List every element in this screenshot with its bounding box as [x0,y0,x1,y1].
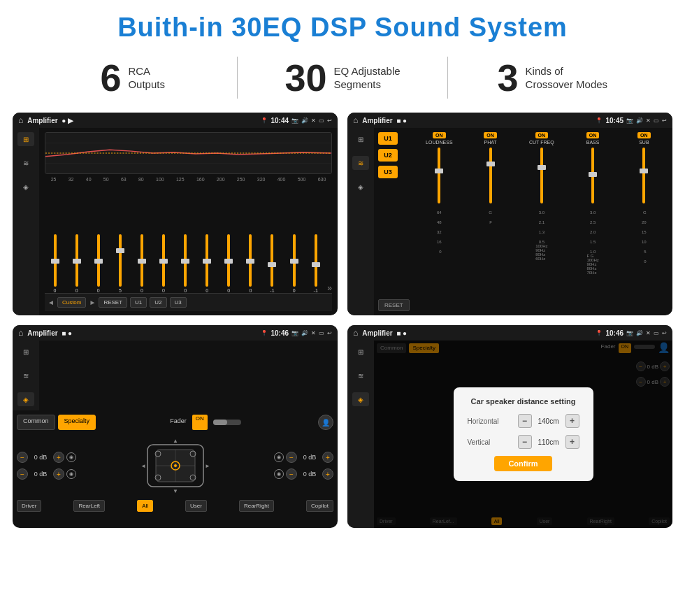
eq-slider-1[interactable]: 0 [45,234,65,293]
u3-btn[interactable]: U3 [170,297,187,308]
rearleft-btn[interactable]: RearLeft [73,500,105,512]
status-bar-4: ⌂ Amplifier ■ ● 📍 10:46 📷🔊✕▭↩ [347,325,672,341]
eq-icon-1[interactable]: ⊞ [17,132,34,146]
home-icon-2[interactable]: ⌂ [353,115,358,125]
u2-btn[interactable]: U2 [150,297,166,308]
left-sidebar-4: ⊞ ≋ ◈ [347,341,374,528]
left-sidebar-3: ⊞ ≋ ◈ [13,341,39,410]
sub-label: SUB [639,140,649,145]
phat-on[interactable]: ON [484,132,497,138]
amp-reset-btn[interactable]: RESET [378,299,410,311]
bass-label: BASS [586,140,600,145]
horizontal-plus[interactable]: + [565,414,579,428]
eq-slider-7[interactable]: 0 [175,234,196,293]
dialog-title: Car speaker distance setting [468,397,579,406]
wave-icon-3[interactable]: ≋ [17,368,34,382]
wave-icon-1[interactable]: ≋ [17,156,34,170]
speaker-icon-2[interactable]: ◈ [352,180,369,194]
bass-on[interactable]: ON [586,132,600,138]
eq-slider-11[interactable]: -1 [262,234,282,293]
loudness-on[interactable]: ON [433,132,446,138]
tab-common[interactable]: Common [17,415,55,430]
amp-loudness: ON LOUDNESS 644832160 [415,132,463,311]
prev-btn[interactable]: ◄ [48,299,55,306]
eq-slider-3[interactable]: 0 [88,234,108,293]
vol-minus-1[interactable]: − [17,452,28,463]
phat-label: PHAT [484,140,496,145]
eq-slider-9[interactable]: 0 [219,234,239,293]
eq-slider-12[interactable]: 0 [284,234,304,293]
amp-sub: ON SUB G20151050 [620,132,668,311]
home-icon-4[interactable]: ⌂ [353,328,358,338]
vol-minus-4[interactable]: − [286,468,297,480]
horizontal-value: 140cm [535,417,563,425]
page-title: Buith-in 30EQ DSP Sound System [0,0,685,50]
stat-crossover: 3 Kinds ofCrossover Modes [448,59,657,96]
vol-minus-2[interactable]: − [17,468,28,480]
all-btn[interactable]: All [137,500,153,512]
status-icons-1: 📍 10:44 📷🔊✕▭↩ [261,117,332,124]
cutfreq-label: CUT FREQ [529,140,554,145]
preset-u2[interactable]: U2 [378,149,398,162]
wave-icon-2[interactable]: ≋ [352,156,369,170]
preset-u1[interactable]: U1 [378,132,398,145]
vol-minus-3[interactable]: − [286,452,297,463]
eq-slider-4[interactable]: 5 [110,234,130,293]
tab-specialty[interactable]: Specialty [58,415,96,430]
amp-bass: ON BASS 3.02.52.01.51.0 F G100Hz90Hz80Hz… [568,132,616,311]
vol-plus-3[interactable]: + [322,452,333,463]
vertical-plus[interactable]: + [565,435,579,449]
screen-distance: ⌂ Amplifier ■ ● 📍 10:46 📷🔊✕▭↩ ⊞ ≋ ◈ Comm… [347,325,672,528]
vol-plus-4[interactable]: + [322,468,333,480]
status-time-1: 10:44 [271,117,289,124]
car-diagram: ▲ ▼ ◄ ► [79,434,271,497]
stat-eq: 30 EQ AdjustableSegments [238,59,447,96]
rearright-btn[interactable]: RearRight [239,500,274,512]
amp-controls: ON LOUDNESS 644832160 ON PHAT [415,132,668,311]
fader-on-badge[interactable]: ON [192,415,208,430]
custom-btn[interactable]: Custom [57,297,87,308]
cutfreq-on[interactable]: ON [535,132,549,138]
eq-slider-5[interactable]: 0 [131,234,152,293]
u1-btn[interactable]: U1 [130,297,147,308]
confirm-button[interactable]: Confirm [494,456,551,471]
vol-plus-2[interactable]: + [53,468,64,480]
app-title-1: Amplifier ● ▶ [27,117,257,124]
eq-slider-6[interactable]: 0 [153,234,173,293]
fader-bottom-btns: Driver RearLeft All User RearRight Copil… [17,500,333,512]
left-sidebar-2: ⊞ ≋ ◈ [347,128,374,315]
speaker-4: ◉ [274,469,284,479]
app-title-2: Amplifier ■ ● [362,117,591,124]
eq-slider-2[interactable]: 0 [66,234,87,293]
eq-icon-2[interactable]: ⊞ [352,132,369,146]
speaker-2: ◉ [66,469,76,479]
preset-u3[interactable]: U3 [378,166,398,178]
speaker-icon-1[interactable]: ◈ [17,180,34,194]
speaker-icon-3[interactable]: ◈ [17,392,34,406]
user-btn[interactable]: User [185,500,207,512]
dialog-horizontal-row: Horizontal − 140cm + [468,414,579,428]
home-icon-1[interactable]: ⌂ [18,115,23,125]
horizontal-minus[interactable]: − [518,414,532,428]
eq-slider-10[interactable]: 0 [240,234,261,293]
play-btn[interactable]: ► [89,299,96,306]
stat-label-crossover: Kinds ofCrossover Modes [526,64,608,92]
wave-icon-4[interactable]: ≋ [352,368,369,382]
eq-slider-8[interactable]: 0 [197,234,217,293]
stats-row: 6 RCAOutputs 30 EQ AdjustableSegments 3 … [0,50,685,108]
vol-plus-1[interactable]: + [53,452,64,463]
eq-icon-3[interactable]: ⊞ [17,345,34,359]
driver-btn[interactable]: Driver [17,500,41,512]
status-icons-2: 📍 10:45 📷🔊✕▭↩ [596,117,667,124]
eq-slider-13[interactable]: -1 [305,234,326,293]
more-icon[interactable]: » [327,283,332,293]
reset-btn-1[interactable]: RESET [99,297,127,308]
copilot-btn[interactable]: Copilot [306,500,333,512]
home-icon-3[interactable]: ⌂ [18,328,23,338]
vertical-minus[interactable]: − [518,435,532,449]
stat-number-6: 6 [100,59,121,96]
amp-cutfreq: ON CUT FREQ 3.02.11.30.5 100Hz90Hz80Hz60… [517,132,565,311]
speaker-icon-4[interactable]: ◈ [352,392,369,406]
sub-on[interactable]: ON [637,132,651,138]
eq-icon-4[interactable]: ⊞ [352,345,369,359]
